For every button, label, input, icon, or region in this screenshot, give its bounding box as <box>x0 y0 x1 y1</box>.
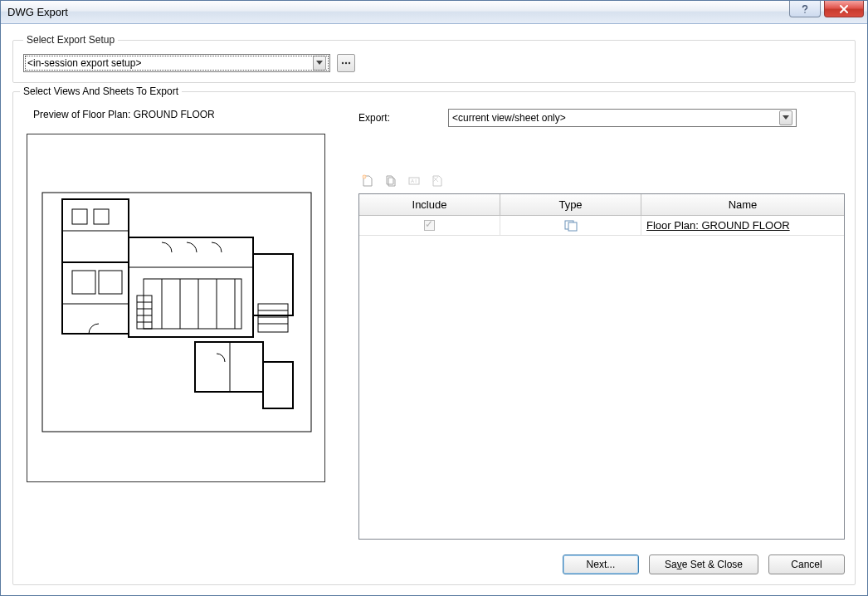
dialog-footer: Next... Save Set & Close Cancel <box>563 554 845 574</box>
cancel-button[interactable]: Cancel <box>768 554 845 574</box>
export-setup-legend: Select Export Setup <box>23 34 118 46</box>
export-column: Export: <current view/sheet only> <box>358 105 845 540</box>
svg-rect-30 <box>72 209 87 224</box>
col-name[interactable]: Name <box>641 194 844 216</box>
svg-rect-33 <box>99 271 122 294</box>
export-scope-value: <current view/sheet only> <box>452 112 779 124</box>
svg-rect-22 <box>137 296 152 329</box>
dwg-export-dialog: DWG Export Select Export Setup <in-sessi… <box>0 0 868 596</box>
chevron-down-icon <box>779 110 792 125</box>
views-sheets-legend: Select Views And Sheets To Export <box>20 85 182 97</box>
new-set-icon[interactable] <box>360 173 375 188</box>
help-button[interactable] <box>789 1 821 17</box>
grid-body: Floor Plan: GROUND FLOOR <box>359 216 844 539</box>
svg-rect-31 <box>94 209 109 224</box>
titlebar: DWG Export <box>1 1 867 24</box>
svg-point-0 <box>804 12 806 13</box>
include-checkbox[interactable] <box>424 220 435 231</box>
setup-options-button[interactable] <box>337 54 355 72</box>
duplicate-set-icon[interactable] <box>383 173 398 188</box>
export-label: Export: <box>358 112 390 124</box>
svg-rect-29 <box>263 362 293 408</box>
svg-text:A I: A I <box>411 178 417 183</box>
export-setup-dropdown[interactable]: <in-session export setup> <box>23 54 330 72</box>
svg-rect-6 <box>42 193 311 432</box>
svg-point-5 <box>349 62 350 64</box>
svg-rect-10 <box>144 279 241 329</box>
cell-include[interactable] <box>359 216 500 235</box>
rename-set-icon[interactable]: A I <box>407 173 422 188</box>
dialog-body: Select Export Setup <in-session export s… <box>1 24 867 595</box>
views-grid: Include Type Name <box>358 193 845 540</box>
svg-point-3 <box>342 62 344 64</box>
save-set-close-button[interactable]: Save Set & Close <box>649 554 758 574</box>
cell-type <box>500 216 641 235</box>
table-row[interactable]: Floor Plan: GROUND FLOOR <box>359 216 844 236</box>
export-scope-dropdown[interactable]: <current view/sheet only> <box>448 109 797 127</box>
svg-rect-32 <box>72 271 95 294</box>
floorplan-view-icon <box>564 220 578 232</box>
chevron-down-icon <box>313 56 326 71</box>
window-title: DWG Export <box>7 6 789 18</box>
views-sheets-group: Select Views And Sheets To Export Previe… <box>12 91 856 585</box>
grid-header: Include Type Name <box>359 194 844 216</box>
svg-rect-27 <box>195 342 263 392</box>
cell-name[interactable]: Floor Plan: GROUND FLOOR <box>641 216 844 235</box>
preview-column: Preview of Floor Plan: GROUND FLOOR <box>23 105 339 540</box>
next-button[interactable]: Next... <box>563 554 639 574</box>
col-type[interactable]: Type <box>500 194 641 216</box>
export-setup-value: <in-session export setup> <box>27 57 313 69</box>
preview-thumbnail <box>27 134 325 482</box>
list-toolbar: A I <box>358 173 845 188</box>
svg-rect-17 <box>253 254 293 315</box>
preview-label: Preview of Floor Plan: GROUND FLOOR <box>33 109 339 120</box>
svg-rect-18 <box>258 304 288 332</box>
svg-point-4 <box>345 62 347 64</box>
export-setup-group: Select Export Setup <in-session export s… <box>12 34 856 83</box>
close-button[interactable] <box>824 1 864 17</box>
svg-rect-42 <box>568 222 577 231</box>
col-include[interactable]: Include <box>359 194 500 216</box>
window-controls <box>789 1 867 23</box>
floorplan-image <box>37 188 316 437</box>
delete-set-icon[interactable] <box>430 173 445 188</box>
